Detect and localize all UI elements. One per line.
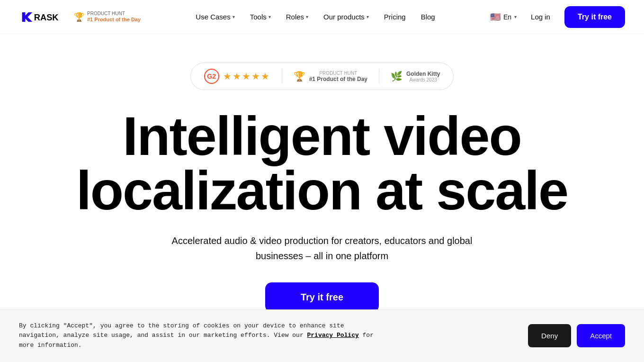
trophy-icon: 🏆 xyxy=(294,71,305,82)
awards-banner: G2 ★★★★★ 🏆 PRODUCT HUNT #1 Product of th… xyxy=(190,63,454,90)
navbar: RASK 🏆 PRODUCT HUNT #1 Product of the Da… xyxy=(0,0,644,34)
hero-try-free-button[interactable]: Try it free xyxy=(265,282,379,312)
g2-logo: G2 xyxy=(204,69,219,84)
chevron-down-icon: ▾ xyxy=(514,14,517,19)
language-label: En xyxy=(503,13,511,21)
nav-label: Tools xyxy=(250,13,267,21)
navbar-right: 🇺🇸 En ▾ Log in Try it free xyxy=(490,6,625,28)
us-flag-icon: 🇺🇸 xyxy=(490,12,501,22)
gk-label: Golden Kitty xyxy=(406,71,440,77)
nav-label: Roles xyxy=(286,13,304,21)
ph-badge-text: PRODUCT HUNT #1 Product of the Day xyxy=(87,11,141,23)
chevron-down-icon: ▾ xyxy=(233,14,235,19)
logo[interactable]: RASK xyxy=(19,9,66,26)
golden-kitty-badge: 🌿 Golden Kitty Awards 2023 xyxy=(391,71,440,82)
nav-blog[interactable]: Blog xyxy=(414,9,442,25)
navbar-left: RASK 🏆 PRODUCT HUNT #1 Product of the Da… xyxy=(19,9,141,26)
ph-award-rank: #1 Product of the Day xyxy=(309,76,367,82)
trophy-icon: 🏆 xyxy=(74,12,84,22)
nav-label: Our products xyxy=(323,13,365,21)
cookie-banner: By clicking "Accept", you agree to the s… xyxy=(0,309,644,312)
awards-divider-2 xyxy=(379,69,379,84)
hero-subheadline: Accelerated audio & video production for… xyxy=(161,233,483,263)
nav-label: Blog xyxy=(421,13,435,21)
gk-year: Awards 2023 xyxy=(406,77,440,82)
logo-svg: RASK xyxy=(19,9,66,26)
nav-tools[interactable]: Tools ▾ xyxy=(243,9,277,25)
chevron-down-icon: ▾ xyxy=(367,14,369,19)
main-nav: Use Cases ▾ Tools ▾ Roles ▾ Our products… xyxy=(189,9,441,25)
headline-line2: localization at scale xyxy=(76,160,568,221)
ph-label: PRODUCT HUNT xyxy=(87,11,141,17)
try-free-nav-button[interactable]: Try it free xyxy=(564,6,625,28)
chevron-down-icon: ▾ xyxy=(268,14,271,19)
nav-roles[interactable]: Roles ▾ xyxy=(279,9,315,25)
nav-label: Pricing xyxy=(384,13,406,21)
nav-use-cases[interactable]: Use Cases ▾ xyxy=(189,9,241,25)
svg-marker-0 xyxy=(22,12,33,22)
g2-stars: ★★★★★ xyxy=(223,71,270,82)
ph-rank: #1 Product of the Day xyxy=(87,17,141,23)
nav-our-products[interactable]: Our products ▾ xyxy=(317,9,376,25)
headline-line1: Intelligent video xyxy=(123,106,521,166)
main-content: G2 ★★★★★ 🏆 PRODUCT HUNT #1 Product of th… xyxy=(0,34,644,312)
nav-pricing[interactable]: Pricing xyxy=(377,9,412,25)
ph-award-label: PRODUCT HUNT xyxy=(309,71,367,76)
awards-divider xyxy=(282,69,282,84)
ph-award-badge: 🏆 PRODUCT HUNT #1 Product of the Day xyxy=(294,71,367,82)
g2-badge: G2 ★★★★★ xyxy=(204,69,270,84)
language-selector[interactable]: 🇺🇸 En ▾ xyxy=(490,12,517,22)
nav-label: Use Cases xyxy=(196,13,230,21)
award-icon: 🌿 xyxy=(391,71,402,82)
login-button[interactable]: Log in xyxy=(524,9,557,25)
svg-text:RASK: RASK xyxy=(34,12,59,22)
hero-headline: Intelligent video localization at scale xyxy=(76,109,568,218)
chevron-down-icon: ▾ xyxy=(306,14,308,19)
product-hunt-badge: 🏆 PRODUCT HUNT #1 Product of the Day xyxy=(74,11,141,23)
